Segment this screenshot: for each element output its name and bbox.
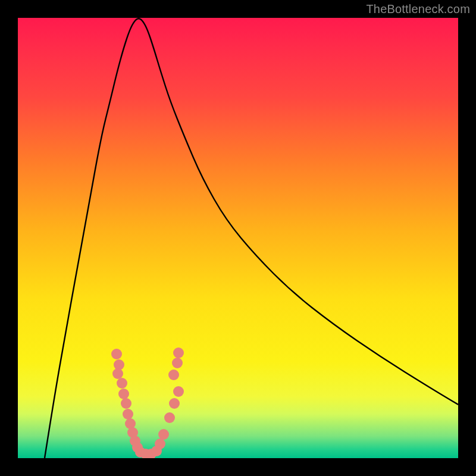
left-dot-cluster-dot: [117, 378, 127, 389]
right-dot-cluster-dot: [155, 439, 165, 449]
chart-frame: TheBottleneck.com: [0, 0, 476, 476]
left-dot-cluster-dot: [112, 368, 123, 379]
right-dot-cluster-dot: [173, 347, 184, 358]
bottleneck-curve: [45, 18, 458, 458]
right-dot-cluster-dot: [173, 386, 184, 397]
left-dot-cluster-dot: [121, 398, 131, 409]
chart-svg: [18, 18, 458, 458]
left-dot-cluster-dot: [118, 389, 129, 399]
right-dot-cluster-dot: [164, 412, 175, 423]
watermark-text: TheBottleneck.com: [366, 2, 470, 16]
right-dot-cluster-dot: [172, 358, 183, 368]
plot-area: [18, 18, 458, 458]
right-dot-cluster-dot: [168, 369, 179, 380]
curve-layer: [45, 18, 458, 458]
right-dot-cluster-dot: [169, 398, 180, 409]
left-dot-cluster-dot: [123, 409, 133, 419]
left-dot-cluster-dot: [111, 349, 122, 359]
right-dot-cluster-dot: [158, 429, 169, 440]
marker-layer: [111, 347, 184, 458]
